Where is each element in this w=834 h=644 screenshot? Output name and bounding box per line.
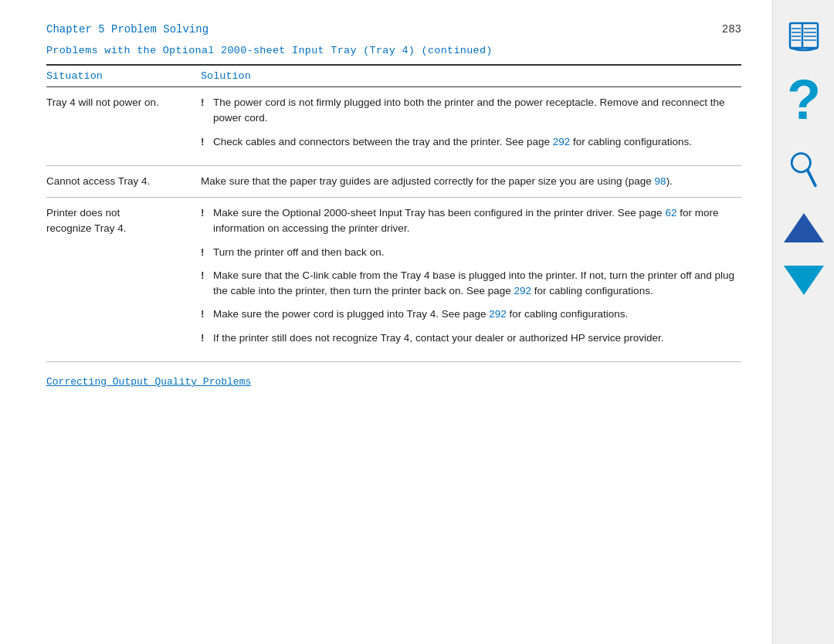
magnifier-icon[interactable] (785, 150, 822, 190)
link-292-3[interactable]: 292 (489, 308, 507, 320)
page-number: 283 (722, 23, 741, 36)
problem-table: Situation Solution Tray 4 will not power… (46, 64, 741, 362)
question-mark-icon[interactable]: ? (785, 79, 822, 127)
svg-line-12 (807, 170, 815, 185)
list-item: The power cord is not firmly plugged int… (201, 95, 735, 127)
section-heading: Problems with the Optional 2000-sheet In… (46, 45, 741, 56)
bullet-list: The power cord is not firmly plugged int… (201, 95, 735, 150)
solution-cell: Make sure the Optional 2000-sheet Input … (201, 198, 741, 362)
situation-cell: Printer does notrecognize Tray 4. (46, 198, 201, 362)
solution-cell: Make sure that the paper tray guides are… (201, 165, 741, 197)
list-item: Turn the printer off and then back on. (201, 245, 735, 260)
svg-rect-0 (790, 23, 818, 48)
list-item: Make sure the Optional 2000-sheet Input … (201, 205, 735, 237)
link-62[interactable]: 62 (665, 207, 676, 219)
arrow-down-icon[interactable] (784, 266, 824, 295)
footer-link[interactable]: Correcting Output Quality Problems (46, 376, 741, 388)
chapter-header: Chapter 5 Problem Solving 283 (46, 23, 741, 36)
arrow-down-shape (784, 266, 824, 295)
list-item: If the printer still does not recognize … (201, 330, 735, 346)
svg-text:?: ? (787, 79, 821, 127)
arrow-up-shape (784, 213, 824, 242)
table-row: Printer does notrecognize Tray 4. Make s… (46, 198, 741, 362)
book-icon[interactable] (784, 15, 824, 56)
table-row: Tray 4 will not power on. The power cord… (46, 87, 741, 166)
table-header-row: Situation Solution (46, 65, 741, 87)
solution-cell: The power cord is not firmly plugged int… (201, 87, 741, 166)
table-row: Cannot access Tray 4. Make sure that the… (46, 165, 741, 197)
link-98[interactable]: 98 (655, 175, 666, 187)
situation-cell: Tray 4 will not power on. (46, 87, 201, 166)
bullet-list: Make sure the Optional 2000-sheet Input … (201, 205, 735, 346)
chapter-title: Chapter 5 Problem Solving (46, 23, 208, 36)
arrow-up-icon[interactable] (784, 213, 824, 242)
list-item: Make sure that the C-link cable from the… (201, 268, 735, 300)
sidebar: ? (772, 0, 834, 644)
situation-cell: Cannot access Tray 4. (46, 165, 201, 197)
link-292-1[interactable]: 292 (553, 136, 571, 147)
list-item: Check cables and connectors between the … (201, 134, 735, 150)
col-situation: Situation (46, 65, 201, 87)
list-item: Make sure the power cord is plugged into… (201, 307, 735, 322)
col-solution: Solution (201, 65, 741, 87)
link-292-2[interactable]: 292 (514, 285, 532, 297)
